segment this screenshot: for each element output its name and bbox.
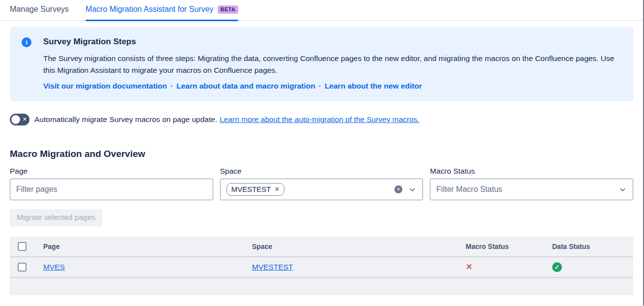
filters-row: Page Space MVESTEST ✕ ✕ Macr (10, 167, 633, 200)
info-panel-links: Visit our migration documentation·Learn … (43, 82, 619, 91)
link-new-editor[interactable]: Learn about the new editor (325, 82, 422, 90)
space-tag-label: MVESTEST (231, 185, 271, 193)
link-migration-documentation[interactable]: Visit our migration documentation (43, 82, 167, 90)
migrate-selected-pages-button[interactable]: Migrate selected pages (10, 209, 102, 226)
page-link[interactable]: MVES (43, 263, 65, 271)
beta-badge: BETA (218, 5, 239, 14)
macro-status-field-controls (618, 185, 627, 194)
macro-status-filter-select[interactable]: Filter Macro Status (430, 179, 633, 200)
toggle-off-x-icon: ✕ (23, 117, 27, 122)
tab-macro-migration-assistant[interactable]: Macro Migration Assistant for Survey BET… (85, 5, 238, 20)
tab-macro-migration-assistant-label: Macro Migration Assistant for Survey (85, 5, 214, 14)
survey-migration-info-panel: i Survey Migration Steps The Survey migr… (10, 27, 633, 101)
macro-status-placeholder: Filter Macro Status (436, 185, 502, 194)
page-filter-input[interactable] (16, 185, 207, 194)
space-filter-label: Space (220, 167, 423, 176)
chevron-down-icon[interactable] (408, 185, 417, 194)
space-filter-select[interactable]: MVESTEST ✕ ✕ (220, 179, 423, 200)
auto-migrate-label: Automatically migrate Survey macros on p… (34, 115, 217, 124)
table-header-row: Page Space Macro Status Data Status (10, 237, 633, 257)
space-selected-tag: MVESTEST ✕ (226, 183, 285, 196)
column-header-data-status: Data Status (552, 243, 633, 250)
tab-bar: Manage Surveys Macro Migration Assistant… (0, 0, 643, 21)
space-field-controls: ✕ (394, 185, 417, 194)
column-header-macro-status: Macro Status (466, 243, 552, 250)
tab-manage-surveys-label: Manage Surveys (10, 5, 69, 14)
macro-status-filter: Macro Status Filter Macro Status (430, 167, 633, 200)
select-all-cell (10, 242, 43, 251)
data-status-success-icon: ✓ (552, 262, 562, 272)
migration-table: Page Space Macro Status Data Status MVES… (10, 237, 633, 295)
page-filter-field[interactable] (10, 179, 213, 200)
page-cell: MVES (43, 263, 252, 272)
section-heading: Macro Migration and Overview (10, 149, 633, 159)
chevron-down-icon[interactable] (618, 185, 627, 194)
space-cell: MVESTEST (252, 263, 466, 272)
column-header-space: Space (252, 243, 466, 250)
page-filter-label: Page (10, 167, 213, 176)
page-filter: Page (10, 167, 213, 200)
info-icon: i (22, 37, 31, 47)
dot-separator: · (319, 82, 321, 90)
data-status-cell: ✓ (552, 262, 633, 272)
dot-separator: · (170, 82, 173, 90)
column-header-page: Page (43, 243, 252, 250)
info-panel-content: Survey Migration Steps The Survey migrat… (43, 37, 619, 91)
macro-status-failed-icon: ✕ (466, 262, 473, 272)
space-link[interactable]: MVESTEST (252, 263, 293, 271)
tab-manage-surveys[interactable]: Manage Surveys (10, 5, 69, 20)
table-row: MVES MVESTEST ✕ ✓ (10, 257, 633, 278)
macro-status-cell: ✕ (466, 263, 552, 272)
auto-migrate-toggle[interactable]: ✕ (10, 114, 29, 125)
clear-selection-icon[interactable]: ✕ (394, 185, 402, 193)
toggle-knob (11, 115, 20, 124)
row-checkbox[interactable] (18, 263, 27, 272)
space-filter: Space MVESTEST ✕ ✕ (220, 167, 423, 200)
macro-status-filter-label: Macro Status (430, 167, 633, 176)
auto-migrate-learn-more-link[interactable]: Learn more about the auto-migration of t… (220, 115, 420, 124)
link-data-and-macro-migration[interactable]: Learn about data and macro migration (176, 82, 315, 90)
auto-migrate-row: ✕ Automatically migrate Survey macros on… (10, 114, 633, 125)
space-tag-remove-icon[interactable]: ✕ (275, 186, 280, 192)
select-all-checkbox[interactable] (18, 242, 27, 251)
info-panel-body: The Survey migration consists of three s… (43, 53, 619, 76)
macro-migration-page: Manage Surveys Macro Migration Assistant… (0, 0, 644, 306)
info-panel-title: Survey Migration Steps (43, 37, 619, 47)
row-select-cell (10, 263, 43, 272)
